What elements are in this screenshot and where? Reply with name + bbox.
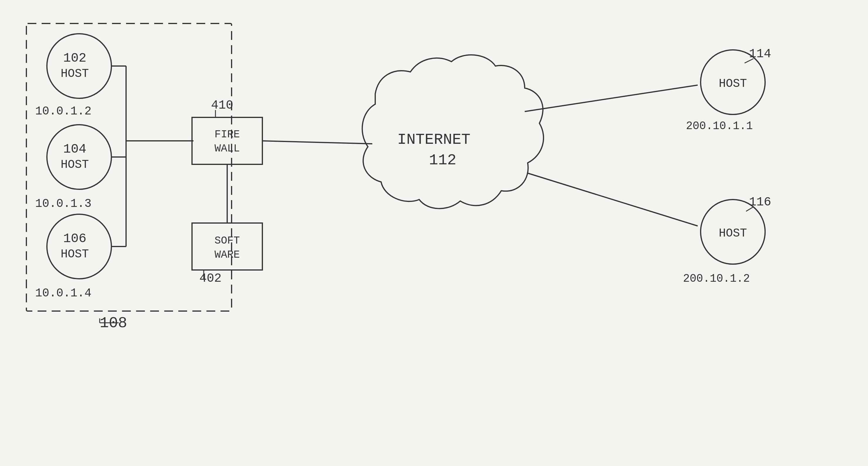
software-label: 402 (199, 271, 222, 286)
ip-106: 10.0.1.4 (35, 287, 91, 300)
svg-text:WARE: WARE (215, 249, 240, 261)
svg-text:SOFT: SOFT (215, 235, 240, 247)
ip-116: 200.10.1.2 (683, 272, 750, 285)
svg-text:HOST: HOST (61, 67, 89, 80)
ip-102: 10.0.1.2 (35, 105, 91, 118)
svg-text:WALL: WALL (215, 143, 240, 155)
svg-text:106: 106 (63, 231, 86, 246)
svg-text:INTERNET: INTERNET (397, 131, 470, 148)
svg-text:104: 104 (63, 142, 86, 156)
svg-text:HOST: HOST (719, 227, 747, 240)
ip-114: 200.10.1.1 (686, 120, 753, 132)
svg-text:112: 112 (429, 152, 457, 169)
svg-text:HOST: HOST (61, 248, 89, 261)
svg-text:FIRE: FIRE (215, 128, 240, 141)
svg-text:HOST: HOST (719, 77, 747, 90)
firewall-label: 410 (211, 98, 234, 112)
ip-104: 10.0.1.3 (35, 197, 91, 210)
svg-text:102: 102 (63, 51, 86, 65)
svg-text:HOST: HOST (61, 158, 89, 171)
network-diagram: 108 102 HOST 10.0.1.2 104 HOST 10.0.1.3 … (0, 0, 868, 466)
